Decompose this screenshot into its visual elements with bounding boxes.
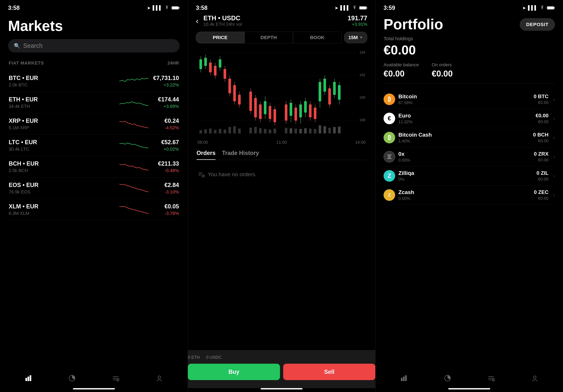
svg-point-12 <box>158 376 161 379</box>
buy-button[interactable]: Buy <box>188 364 280 380</box>
asset-row-zrx[interactable]: 0x 0.00% 0 ZRX €0.00 › <box>384 147 555 166</box>
svg-rect-55 <box>285 104 287 121</box>
time-axis: 08:00 11:00 14:00 <box>196 140 367 145</box>
nav-profile-icon-3[interactable] <box>531 375 538 382</box>
market-row-bch[interactable]: BCH • EUR 2.5k BCH €211.33 -0.48% <box>8 156 179 177</box>
tab-orders[interactable]: Orders <box>196 150 216 160</box>
candle-6 <box>224 66 226 82</box>
market-info-eos: EOS • EUR 76.9k EOS <box>9 182 115 195</box>
svg-rect-3 <box>26 378 27 381</box>
btc-amounts: 0 BTC €0.00 <box>534 94 549 105</box>
market-row-ltc[interactable]: LTC • EUR 30.4k LTC €52.67 +0.02% <box>8 135 179 156</box>
svg-rect-25 <box>199 59 202 69</box>
chart-content: ‹ ETH • USDC 10.4k ETH 24hr vol 191.77 +… <box>188 13 375 350</box>
home-indicator-2 <box>261 388 303 389</box>
usdc-balance-value: 0 USDC <box>206 355 221 360</box>
tab-trade-history[interactable]: Trade History <box>222 150 259 160</box>
market-row-xrp[interactable]: XRP • EUR 5.1M XRP €0.24 -4.52% <box>8 113 179 135</box>
candle-13 <box>264 96 267 119</box>
signal-icon: ▌▌▌ <box>153 5 162 11</box>
status-bar-2: 3:58 ➤ ▌▌▌ <box>188 0 375 13</box>
nav-markets-icon[interactable] <box>25 375 32 382</box>
svg-rect-4 <box>27 377 29 381</box>
markets-panel: 3:58 ➤ ▌▌▌ Markets 🔍 Search FIAT MARKETS… <box>0 0 188 392</box>
orders-tabs: Orders Trade History <box>196 150 367 160</box>
status-bar-1: 3:58 ➤ ▌▌▌ <box>0 0 188 13</box>
home-indicator-3 <box>448 388 490 389</box>
search-bar[interactable]: 🔍 Search <box>8 39 179 52</box>
asset-row-bch[interactable]: ₿ Bitcoin Cash 1.40% 0 BCH €0.00 › <box>384 128 555 147</box>
candle-2 <box>204 55 207 69</box>
svg-rect-15 <box>360 7 366 9</box>
svg-rect-98 <box>309 129 312 133</box>
tab-book[interactable]: BOOK <box>293 32 342 43</box>
trade-buttons: Buy Sell <box>188 364 375 380</box>
nav-orders-icon-3[interactable] <box>488 375 495 382</box>
asset-row-zec[interactable]: Z Zcash 0.00% 0 ZEC €0.00 › <box>384 185 555 205</box>
svg-rect-114 <box>401 378 403 381</box>
asset-row-eur[interactable]: € Euro 11.02% €0.00 €0.00 › <box>384 109 555 128</box>
nav-portfolio-icon[interactable] <box>68 375 76 382</box>
bch-info: Bitcoin Cash 1.40% <box>398 132 530 144</box>
nav-portfolio-icon-3[interactable] <box>444 375 451 382</box>
asset-row-zil[interactable]: Z Zilliqa 0% 0 ZIL €0.00 › <box>384 166 555 185</box>
chart-tabs: PRICE DEPTH BOOK 15M ▼ <box>196 32 367 43</box>
svg-rect-59 <box>294 108 297 121</box>
asset-row-btc[interactable]: ₿ Bitcoin 87.58% 0 BTC €0.00 › <box>384 90 555 109</box>
svg-text:194: 194 <box>359 50 365 54</box>
orders-section: Orders Trade History You have no orders. <box>196 150 367 184</box>
zrx-info: 0x 0.00% <box>398 151 531 163</box>
battery-icon <box>172 6 179 10</box>
nav-markets-icon-3[interactable] <box>400 375 407 382</box>
svg-rect-31 <box>214 66 217 75</box>
chevron-down-icon: ▼ <box>359 35 363 40</box>
svg-rect-1 <box>179 7 179 9</box>
market-info-xlm: XLM • EUR 6.3M XLM <box>9 203 115 216</box>
markets-title: Markets <box>8 18 179 34</box>
markets-content: Markets 🔍 Search FIAT MARKETS 24HR BTC •… <box>0 13 188 370</box>
candle-12 <box>259 101 262 122</box>
svg-rect-104 <box>338 127 341 133</box>
back-button[interactable]: ‹ <box>196 16 199 25</box>
chart-price: 191.77 <box>348 14 367 22</box>
market-info-btc: BTC • EUR 2.0k BTC <box>9 75 115 87</box>
zrx-amounts: 0 ZRX €0.00 <box>534 151 549 162</box>
portfolio-content: Portfolio DEPOSIT Total holdings €0.00 A… <box>375 13 563 370</box>
market-row-eth[interactable]: ETH • EUR 34.4k ETH €174.44 +3.69% <box>8 92 179 113</box>
chart-eth <box>119 97 148 108</box>
candle-11 <box>254 95 257 121</box>
tab-price[interactable]: PRICE <box>196 32 244 43</box>
market-row-btc[interactable]: BTC • EUR 2.0k BTC €7,731.10 +3.22% <box>8 71 179 92</box>
nav-orders-icon[interactable] <box>112 375 119 382</box>
market-row-xlm[interactable]: XLM • EUR 6.3M XLM €0.05 -3.78% <box>8 199 179 220</box>
nav-profile-icon[interactable] <box>156 375 163 382</box>
market-row-eos[interactable]: EOS • EUR 76.9k EOS €2.84 -3.10% <box>8 177 179 199</box>
status-time-1: 3:58 <box>8 4 20 11</box>
svg-rect-85 <box>233 126 236 133</box>
svg-point-11 <box>117 379 118 380</box>
markets-header: FIAT MARKETS 24HR <box>8 61 179 66</box>
svg-rect-27 <box>204 58 207 66</box>
portfolio-title: Portfolio <box>384 16 443 33</box>
svg-rect-41 <box>238 95 241 104</box>
candle-25 <box>328 85 331 108</box>
market-price-bch: €211.33 -0.48% <box>153 160 179 173</box>
svg-rect-5 <box>30 375 31 381</box>
tab-depth[interactable]: DEPTH <box>244 32 293 43</box>
svg-rect-93 <box>285 128 287 133</box>
chart-bch <box>119 161 148 172</box>
svg-rect-96 <box>299 129 302 133</box>
candle-7 <box>229 75 231 96</box>
sell-button[interactable]: Sell <box>283 364 375 380</box>
timeframe-button[interactable]: 15M ▼ <box>344 32 367 43</box>
svg-point-123 <box>534 376 536 379</box>
market-price-eth: €174.44 +3.69% <box>153 96 179 109</box>
deposit-button[interactable]: DEPOSIT <box>520 18 555 31</box>
svg-text:190: 190 <box>359 95 365 99</box>
zrx-icon <box>384 151 395 162</box>
svg-rect-67 <box>314 108 316 119</box>
eth-balance-value: 0 ETH <box>188 355 200 360</box>
svg-rect-103 <box>333 127 336 133</box>
svg-rect-57 <box>290 103 292 116</box>
market-info-ltc: LTC • EUR 30.4k LTC <box>9 139 115 152</box>
